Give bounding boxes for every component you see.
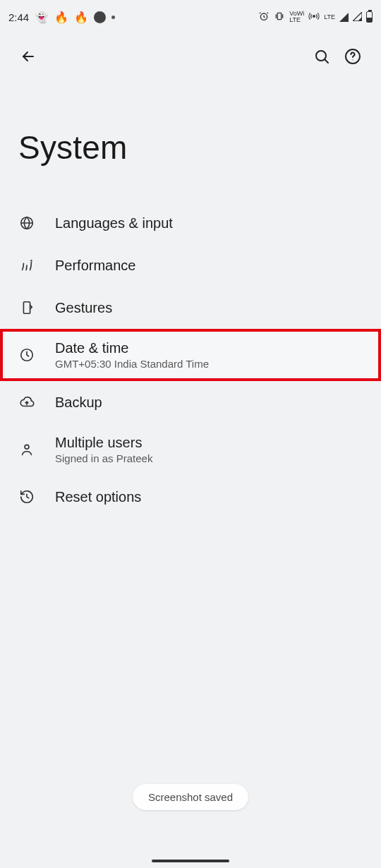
svg-rect-1 xyxy=(277,13,281,19)
list-item-gestures[interactable]: Gestures xyxy=(0,287,381,329)
list-item-multiple-users[interactable]: Multiple users Signed in as Prateek xyxy=(0,423,381,476)
status-time: 2:44 xyxy=(8,11,29,23)
search-button[interactable] xyxy=(306,41,337,72)
status-right: VoWiLTE LTE xyxy=(258,11,373,24)
history-icon xyxy=(18,489,35,505)
list-item-label: Backup xyxy=(55,394,102,411)
snapchat-icon: 👻 xyxy=(35,11,49,24)
help-button[interactable] xyxy=(337,41,368,72)
svg-point-9 xyxy=(25,445,29,449)
list-item-reset-options[interactable]: Reset options xyxy=(0,476,381,518)
signal-icon xyxy=(339,13,349,22)
vibrate-icon xyxy=(274,11,285,24)
back-button[interactable] xyxy=(13,41,44,72)
app-bar xyxy=(0,34,381,79)
list-item-label: Date & time xyxy=(55,340,209,356)
settings-list: Languages & input Performance Gestures D… xyxy=(0,202,381,518)
list-item-performance[interactable]: Performance xyxy=(0,244,381,287)
list-item-sublabel: GMT+05:30 India Standard Time xyxy=(55,358,209,370)
flame-icon: 🔥 xyxy=(54,11,68,24)
alarm-icon xyxy=(258,11,270,24)
more-notifications-icon xyxy=(111,16,115,19)
person-icon xyxy=(18,442,35,457)
status-bar: 2:44 👻 🔥 🔥 VoWiLTE LTE xyxy=(0,0,381,34)
wifi-calling-icon: VoWiLTE xyxy=(289,11,304,23)
list-item-date-time[interactable]: Date & time GMT+05:30 India Standard Tim… xyxy=(0,329,381,381)
flame-icon: 🔥 xyxy=(74,11,88,24)
list-item-backup[interactable]: Backup xyxy=(0,381,381,423)
page-title: System xyxy=(0,79,381,202)
hotspot-icon xyxy=(308,11,320,24)
signal-secondary-icon xyxy=(353,11,362,23)
globe-icon xyxy=(18,215,35,231)
svg-point-2 xyxy=(313,15,315,17)
toast-text: Screenshot saved xyxy=(148,791,233,803)
list-item-sublabel: Signed in as Prateek xyxy=(55,452,152,464)
list-item-label: Reset options xyxy=(55,489,141,505)
gesture-nav-indicator[interactable] xyxy=(152,860,229,862)
performance-icon xyxy=(18,258,35,273)
list-item-label: Performance xyxy=(55,258,136,274)
status-left: 2:44 👻 🔥 🔥 xyxy=(8,11,115,24)
toast-screenshot-saved[interactable]: Screenshot saved xyxy=(133,784,248,810)
list-item-label: Languages & input xyxy=(55,215,173,231)
app-notification-icon xyxy=(94,11,106,23)
list-item-label: Multiple users xyxy=(55,435,152,451)
list-item-languages[interactable]: Languages & input xyxy=(0,202,381,244)
battery-icon xyxy=(366,11,373,23)
gestures-icon xyxy=(18,300,35,315)
clock-icon xyxy=(18,347,35,363)
list-item-label: Gestures xyxy=(55,300,112,316)
svg-rect-7 xyxy=(23,302,30,314)
cloud-backup-icon xyxy=(18,394,35,410)
svg-point-5 xyxy=(352,59,353,60)
lte-indicator: LTE xyxy=(324,14,335,20)
